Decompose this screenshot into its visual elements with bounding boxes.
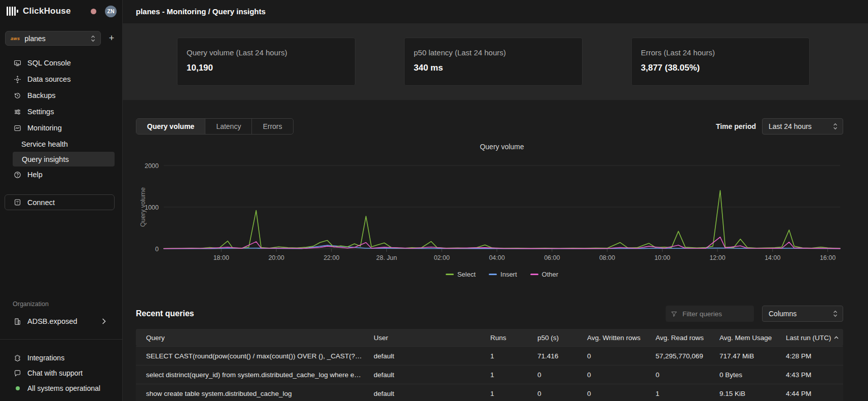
cell-avg-mem-usage: 717.47 MiB (709, 352, 776, 360)
sidebar-item-label: SQL Console (27, 59, 71, 67)
col-header-p50[interactable]: p50 (s) (527, 334, 577, 342)
sidebar-item-settings[interactable]: Settings (0, 104, 122, 120)
table-header-row: Query User Runs p50 (s) Avg. Written row… (136, 329, 843, 346)
cell-query: SELECT CAST(round(pow(count() / max(coun… (136, 352, 364, 360)
chart-controls-row: Query volume Latency Errors Time period … (136, 118, 843, 135)
chat-with-support-label: Chat with support (27, 369, 83, 377)
chart-icon (14, 124, 21, 132)
status-dot-icon (14, 385, 21, 392)
sidebar-nav: SQL Console Data sources Backups Setting… (0, 55, 122, 183)
sidebar-item-sql-console[interactable]: SQL Console (0, 55, 122, 71)
svg-text:Query volume: Query volume (139, 187, 147, 227)
sidebar-item-help[interactable]: Help (0, 166, 122, 183)
stat-card-p50-latency: p50 latency (Last 24 hours) 340 ms (404, 38, 583, 86)
table-row[interactable]: SELECT CAST(round(pow(count() / max(coun… (136, 346, 843, 365)
svg-text:20:00: 20:00 (268, 254, 284, 261)
sidebar-item-backups[interactable]: Backups (0, 87, 122, 104)
legend-item-insert[interactable]: Insert (489, 271, 517, 278)
cell-user: default (364, 352, 480, 360)
col-header-last-run-label: Last run (UTC) (786, 334, 831, 342)
organization-name: ADSB.exposed (27, 317, 77, 325)
chart-legend: SelectInsertOther (164, 271, 840, 278)
cell-p50: 71.416 (527, 352, 577, 360)
col-header-runs[interactable]: Runs (480, 334, 527, 342)
sidebar-item-chat-with-support[interactable]: Chat with support (0, 365, 122, 381)
data-sources-icon (14, 76, 21, 83)
connect-label: Connect (27, 198, 55, 207)
time-period-select[interactable]: Last 24 hours (762, 118, 843, 135)
cell-avg-written-rows: 0 (577, 352, 645, 360)
svg-text:12:00: 12:00 (709, 254, 725, 261)
col-header-last-run[interactable]: Last run (UTC) (776, 334, 843, 342)
clickhouse-logo-icon[interactable] (7, 7, 18, 16)
table-row[interactable]: show create table system.distributed_cac… (136, 384, 843, 401)
sidebar-item-system-status[interactable]: All systems operational (0, 381, 122, 396)
sidebar-item-label: Monitoring (27, 124, 62, 132)
avatar[interactable]: ZN (105, 6, 117, 17)
stats-band: Query volume (Last 24 hours) 10,190 p50 … (123, 23, 868, 100)
sidebar-item-integrations[interactable]: Integrations (0, 350, 122, 365)
col-header-user[interactable]: User (364, 334, 480, 342)
organization-item[interactable]: ADSB.exposed (0, 314, 122, 329)
svg-text:0: 0 (155, 246, 159, 253)
brand-row: ClickHouse ZN (7, 5, 117, 18)
recent-queries-title: Recent queries (136, 309, 194, 318)
svg-text:18:00: 18:00 (213, 254, 229, 261)
stat-label: p50 latency (Last 24 hours) (414, 48, 506, 57)
service-selector[interactable]: aws planes (5, 31, 101, 46)
time-period-value: Last 24 hours (769, 122, 812, 130)
legend-item-select[interactable]: Select (446, 271, 476, 278)
service-row: aws planes + (5, 31, 117, 46)
cell-avg-mem-usage: 9.15 KiB (709, 390, 776, 397)
svg-text:14:00: 14:00 (765, 254, 780, 261)
legend-dash-icon (530, 274, 538, 275)
sidebar-item-data-sources[interactable]: Data sources (0, 71, 122, 87)
svg-text:04:00: 04:00 (489, 254, 504, 261)
svg-text:08:00: 08:00 (599, 254, 615, 261)
page-title: planes - Monitoring / Query insights (123, 0, 868, 23)
cell-query: show create table system.distributed_cac… (136, 390, 364, 397)
legend-item-other[interactable]: Other (530, 271, 559, 278)
columns-select[interactable]: Columns (762, 306, 843, 322)
cell-avg-written-rows: 0 (577, 390, 645, 397)
stat-card-query-volume: Query volume (Last 24 hours) 10,190 (177, 38, 355, 86)
chevron-right-icon (102, 318, 106, 324)
columns-label: Columns (769, 310, 797, 318)
brand-name: ClickHouse (23, 6, 71, 16)
cell-avg-written-rows: 0 (577, 371, 645, 379)
notification-dot-icon (91, 9, 96, 14)
col-header-avg-written-rows[interactable]: Avg. Written rows (577, 334, 645, 342)
chevron-updown-icon (91, 35, 95, 42)
tab-query-volume[interactable]: Query volume (136, 119, 205, 134)
stat-value: 10,190 (187, 63, 213, 73)
integrations-label: Integrations (27, 354, 64, 362)
chart-title: Query volume (164, 143, 840, 151)
filter-queries-input[interactable] (681, 310, 749, 318)
terminal-icon (14, 59, 21, 67)
tab-latency[interactable]: Latency (205, 119, 252, 134)
time-period-label: Time period (716, 122, 756, 130)
svg-text:06:00: 06:00 (544, 254, 560, 261)
col-header-avg-read-rows[interactable]: Avg. Read rows (645, 334, 709, 342)
stat-label: Errors (Last 24 hours) (641, 48, 715, 57)
connect-icon (14, 198, 21, 206)
connect-button[interactable]: Connect (5, 194, 115, 210)
col-header-avg-mem-usage[interactable]: Avg. Mem Usage (709, 334, 776, 342)
puzzle-icon (14, 354, 21, 362)
cell-p50: 0 (527, 371, 577, 379)
chat-bubble-icon (14, 370, 21, 377)
sidebar-item-query-insights[interactable]: Query insights (13, 152, 115, 166)
sidebar-item-monitoring[interactable]: Monitoring (0, 120, 122, 136)
sidebar-item-service-health[interactable]: Service health (0, 136, 122, 152)
legend-dash-icon (489, 274, 497, 275)
cell-avg-mem-usage: 0 Bytes (709, 371, 776, 379)
tab-errors[interactable]: Errors (252, 119, 293, 134)
add-service-button[interactable]: + (106, 33, 117, 44)
cell-avg-read-rows: 0 (645, 371, 709, 379)
col-header-query[interactable]: Query (136, 334, 364, 342)
table-row[interactable]: select distrinct(query_id) from system.d… (136, 365, 843, 384)
svg-text:28. Jun: 28. Jun (376, 254, 397, 261)
cell-user: default (364, 371, 480, 379)
cell-avg-read-rows: 1 (645, 390, 709, 397)
svg-text:10:00: 10:00 (655, 254, 670, 261)
